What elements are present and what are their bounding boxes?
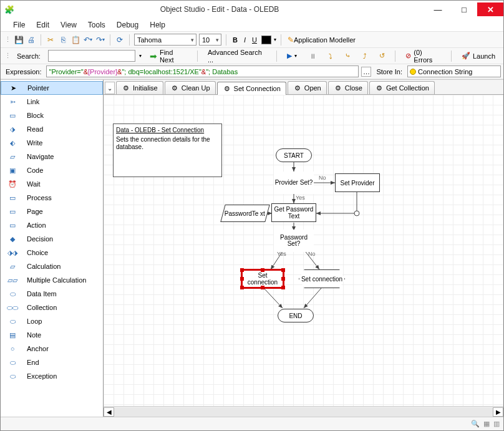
tab-set-connection[interactable]: ⚙Set Connection: [217, 82, 286, 95]
tab-get-collection[interactable]: ⚙Get Collection: [369, 81, 435, 94]
menu-help[interactable]: Help: [150, 21, 165, 29]
expression-expand-button[interactable]: …: [361, 67, 371, 77]
tool-multiple-calculation[interactable]: ▱▱Multiple Calculation: [1, 273, 103, 287]
page-description-box[interactable]: Data - OLEDB - Set Connection Sets the c…: [113, 123, 222, 177]
paste-icon[interactable]: 📋: [70, 35, 80, 45]
maximize-button[interactable]: □: [451, 2, 477, 16]
font-size-selector[interactable]: 10: [199, 34, 221, 46]
bold-button[interactable]: B: [231, 34, 240, 46]
find-next-button[interactable]: ➡Find Next: [145, 50, 191, 62]
app-modeller-button[interactable]: Application Modeller: [286, 34, 357, 46]
tool-read[interactable]: ⬗Read: [1, 122, 103, 136]
node-password-text-input[interactable]: PasswordTe xt: [220, 205, 270, 222]
pause-button[interactable]: ⏸: [305, 50, 321, 62]
tool-pointer[interactable]: ➤Pointer: [1, 81, 103, 95]
tool-loop[interactable]: ⬭Loop: [1, 314, 103, 328]
tool-navigate[interactable]: ▱Navigate: [1, 150, 103, 163]
menu-view[interactable]: View: [61, 21, 77, 29]
horizontal-scrollbar[interactable]: ◀ ▶: [104, 406, 503, 417]
tool-calculation[interactable]: ▱Calculation: [1, 259, 103, 273]
tab-open[interactable]: ⚙Open: [288, 81, 327, 94]
errors-button[interactable]: ⊘(0) Errors: [401, 50, 445, 62]
tool-write[interactable]: ⬖Write: [1, 136, 103, 150]
search-label: Search:: [15, 52, 44, 60]
tool-link[interactable]: ➳Link: [1, 95, 103, 109]
copy-icon[interactable]: ⎘: [58, 35, 68, 45]
tool-end[interactable]: ⬭End: [1, 356, 103, 369]
menu-edit[interactable]: Edit: [36, 21, 49, 29]
minimize-button[interactable]: —: [425, 2, 451, 16]
titlebar: 🧩 Object Studio - Edit - Data - OLEDB — …: [1, 1, 503, 18]
step-button[interactable]: ⤵: [324, 50, 337, 62]
tab-icon: ⚙: [334, 84, 342, 92]
node-set-provider[interactable]: Set Provider: [335, 173, 380, 192]
overview-icon[interactable]: ▥: [493, 420, 500, 428]
page-description-title: Data - OLEDB - Set Connection: [116, 127, 219, 135]
menu-file[interactable]: File: [13, 21, 25, 29]
search-input[interactable]: [48, 50, 135, 62]
step-out-button[interactable]: ⤴: [359, 50, 371, 62]
edge-label-no1: No: [319, 175, 326, 181]
data-item-icon: [410, 69, 416, 75]
tool-block[interactable]: ▭Block: [1, 109, 103, 122]
tool-code[interactable]: ▣Code: [1, 163, 103, 177]
print-icon[interactable]: 🖨: [26, 35, 36, 45]
scroll-right-icon[interactable]: ▶: [493, 407, 503, 417]
save-icon[interactable]: 💾: [14, 35, 24, 45]
store-in-input[interactable]: Connection String: [407, 65, 501, 77]
node-password-set[interactable]: Password Set?: [274, 230, 314, 252]
node-provider-set[interactable]: Provider Set?: [274, 172, 314, 194]
tab-icon: ⚙: [170, 84, 179, 92]
tool-choice[interactable]: ⬗⬗Choice: [1, 246, 103, 259]
tab-cleanup[interactable]: ⚙Clean Up: [165, 81, 216, 94]
close-button[interactable]: ✕: [477, 2, 503, 16]
tool-process[interactable]: ▭Process: [1, 191, 103, 205]
play-button[interactable]: ▶▾: [283, 50, 301, 62]
end-icon: ⬭: [4, 357, 21, 367]
calculation-icon: ▱: [4, 261, 21, 271]
grid-icon[interactable]: ▦: [483, 420, 490, 428]
expression-bar: Expression: "Provider=" & [Provider] & "…: [1, 64, 503, 79]
scroll-left-icon[interactable]: ◀: [104, 407, 114, 417]
refresh-icon[interactable]: ⟳: [115, 35, 125, 45]
step-over-button[interactable]: ⤷: [341, 50, 355, 62]
node-set-connection-alt[interactable]: Set connection: [299, 269, 345, 288]
tool-exception[interactable]: ⬭Exception: [1, 369, 103, 383]
tool-wait[interactable]: ⏰Wait: [1, 177, 103, 191]
node-end[interactable]: END: [278, 309, 314, 322]
tool-anchor[interactable]: ○Anchor: [1, 342, 103, 356]
tab-scroll-button[interactable]: ⌄: [105, 82, 115, 94]
tool-decision[interactable]: ◆Decision: [1, 232, 103, 246]
read-icon: ⬗: [4, 124, 21, 134]
tool-collection[interactable]: ⬭⬭Collection: [1, 301, 103, 314]
node-set-connection-selected[interactable]: Set connection: [241, 269, 284, 288]
cut-icon[interactable]: ✂: [46, 35, 56, 45]
expression-input[interactable]: "Provider=" & [Provider] & "; dbq=localh…: [46, 65, 359, 77]
tool-data-item[interactable]: ⬭Data Item: [1, 287, 103, 301]
menu-tools[interactable]: Tools: [88, 21, 105, 29]
tool-page[interactable]: ▭Page: [1, 205, 103, 218]
tab-icon: ⚙: [293, 84, 302, 92]
data-item-tool-icon: ⬭: [4, 289, 21, 299]
node-get-password-text[interactable]: Get Password Text: [271, 203, 316, 222]
advanced-search-button[interactable]: Advanced Search ...: [203, 50, 271, 62]
tool-note[interactable]: ▤Note: [1, 328, 103, 342]
italic-button[interactable]: I: [242, 34, 248, 46]
page-tabstrip: ⌄ ⚙Initialise ⚙Clean Up ⚙Set Connection …: [104, 80, 503, 95]
color-picker[interactable]: [261, 36, 271, 44]
node-start[interactable]: START: [276, 148, 312, 162]
toolbox-panel: ➤Pointer ➳Link ▭Block ⬗Read ⬖Write ▱Navi…: [1, 80, 104, 417]
flow-canvas[interactable]: Data - OLEDB - Set Connection Sets the c…: [104, 95, 503, 406]
tab-close[interactable]: ⚙Close: [328, 81, 368, 94]
font-selector[interactable]: Tahoma: [134, 34, 196, 46]
menu-debug[interactable]: Debug: [117, 21, 138, 29]
redo-icon[interactable]: ↷▾: [95, 35, 105, 45]
tool-action[interactable]: ▭Action: [1, 218, 103, 232]
underline-button[interactable]: U: [250, 34, 259, 46]
zoom-icon[interactable]: 🔍: [471, 420, 480, 428]
undo-icon[interactable]: ↶▾: [83, 35, 93, 45]
reset-button[interactable]: ↺: [375, 50, 389, 62]
status-bar: 🔍 ▦ ▥: [1, 417, 503, 430]
tab-initialise[interactable]: ⚙Initialise: [116, 81, 163, 94]
launch-button[interactable]: 🚀Launch: [457, 50, 500, 62]
